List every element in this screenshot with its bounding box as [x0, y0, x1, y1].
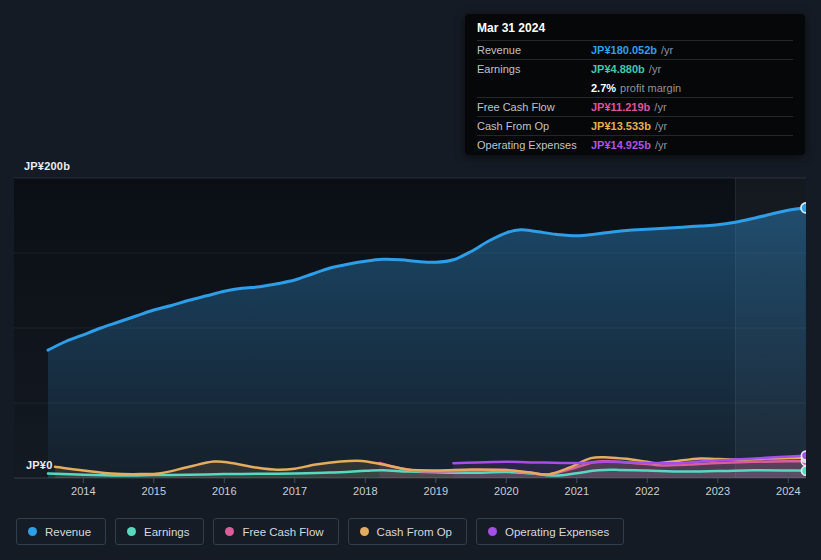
- x-axis-label-2023: 2023: [696, 485, 740, 497]
- legend-label: Operating Expenses: [505, 526, 609, 538]
- legend-item-operating-expenses[interactable]: Operating Expenses: [476, 518, 624, 545]
- y-axis-label-max: JP¥200b: [24, 160, 70, 172]
- x-axis-label-2015: 2015: [132, 485, 176, 497]
- legend-item-cash-from-op[interactable]: Cash From Op: [348, 518, 467, 545]
- x-axis-label-2021: 2021: [555, 485, 599, 497]
- tooltip-row-free-cash-flow: Free Cash Flow JP¥11.219b /yr: [477, 97, 793, 116]
- tooltip-earnings-value: JP¥4.880b: [591, 63, 645, 75]
- revenue-legend-dot-icon: [28, 527, 37, 536]
- legend-label: Free Cash Flow: [242, 526, 323, 538]
- tooltip-earnings-label: Earnings: [477, 63, 591, 75]
- tooltip-revenue-label: Revenue: [477, 44, 591, 56]
- legend-item-free-cash-flow[interactable]: Free Cash Flow: [213, 518, 338, 545]
- x-axis-ticks: [83, 478, 788, 483]
- tooltip-cashop-value: JP¥13.533b: [591, 120, 651, 132]
- tooltip-opex-value: JP¥14.925b: [591, 139, 651, 151]
- tooltip-revenue-unit: /yr: [661, 44, 673, 56]
- tooltip-row-cash-from-op: Cash From Op JP¥13.533b /yr: [477, 116, 793, 135]
- earnings-legend-dot-icon: [127, 527, 136, 536]
- tooltip-revenue-value: JP¥180.052b: [591, 44, 657, 56]
- legend-item-revenue[interactable]: Revenue: [16, 518, 106, 545]
- tooltip-row-earnings: Earnings JP¥4.880b /yr: [477, 59, 793, 78]
- tooltip-margin-text: profit margin: [620, 82, 681, 94]
- free-cash-flow-legend-dot-icon: [225, 527, 234, 536]
- legend-label: Revenue: [45, 526, 91, 538]
- revenue-end-marker: [801, 203, 811, 213]
- tooltip-opex-unit: /yr: [655, 139, 667, 151]
- x-axis-label-2024: 2024: [766, 485, 810, 497]
- legend-label: Cash From Op: [377, 526, 452, 538]
- tooltip-fcf-value: JP¥11.219b: [591, 101, 650, 113]
- chart-legend: RevenueEarningsFree Cash FlowCash From O…: [16, 518, 624, 545]
- tooltip-fcf-unit: /yr: [654, 101, 666, 113]
- cash-from-op-legend-dot-icon: [360, 527, 369, 536]
- tooltip-row-operating-expenses: Operating Expenses JP¥14.925b /yr: [477, 135, 793, 154]
- x-axis-label-2019: 2019: [414, 485, 458, 497]
- x-axis-label-2014: 2014: [61, 485, 105, 497]
- tooltip-margin-value: 2.7%: [591, 82, 616, 94]
- legend-label: Earnings: [144, 526, 189, 538]
- x-axis-label-2020: 2020: [484, 485, 528, 497]
- operating-expenses-legend-dot-icon: [488, 527, 497, 536]
- tooltip-opex-label: Operating Expenses: [477, 139, 591, 151]
- financial-history-chart: JP¥200b JP¥0 201420152016201720182019202…: [0, 0, 821, 560]
- tooltip-row-revenue: Revenue JP¥180.052b /yr: [477, 40, 793, 59]
- legend-item-earnings[interactable]: Earnings: [115, 518, 204, 545]
- x-axis-label-2018: 2018: [343, 485, 387, 497]
- tooltip-cashop-label: Cash From Op: [477, 120, 591, 132]
- x-axis-label-2016: 2016: [202, 485, 246, 497]
- chart-tooltip: Mar 31 2024 Revenue JP¥180.052b /yr Earn…: [465, 14, 805, 155]
- tooltip-date: Mar 31 2024: [477, 14, 793, 40]
- x-axis-label-2017: 2017: [273, 485, 317, 497]
- x-axis-label-2022: 2022: [625, 485, 669, 497]
- tooltip-earnings-unit: /yr: [649, 63, 661, 75]
- operating-expenses-end-marker: [801, 451, 810, 460]
- tooltip-fcf-label: Free Cash Flow: [477, 101, 591, 113]
- tooltip-cashop-unit: /yr: [655, 120, 667, 132]
- y-axis-label-zero: JP¥0: [26, 459, 53, 471]
- earnings-end-marker: [801, 466, 810, 475]
- tooltip-row-profit-margin: 2.7% profit margin: [477, 78, 793, 97]
